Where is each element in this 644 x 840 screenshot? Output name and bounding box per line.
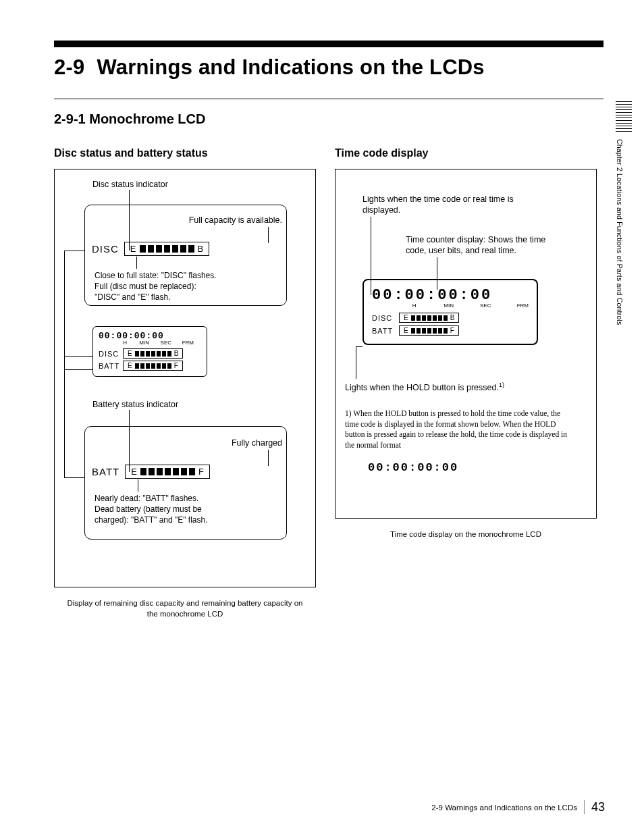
batt-meter: BATT E F	[92, 465, 210, 479]
right-column: Time code display Lights when the time c…	[335, 147, 597, 619]
section-heading: 2-9Warnings and Indications on the LCDs	[54, 55, 603, 80]
hold-footnote: 1) When the HOLD button is pressed to ho…	[345, 409, 574, 450]
page-number: 43	[584, 800, 605, 814]
timecode-big: 00:00:00:00	[372, 287, 529, 304]
disc-label: DISC	[92, 243, 119, 255]
timecode-figure: Lights when the time code or real time i…	[335, 169, 597, 519]
disc-note: Close to full state: "DISC" flashes. Ful…	[95, 270, 270, 303]
disc-group-box: Full capacity is available. DISC E B Clo…	[84, 205, 287, 306]
side-tab-stripes-icon	[616, 101, 632, 132]
subsection-heading: 2-9-1 Monochrome LCD	[54, 111, 603, 127]
disc-meter-end: B	[196, 244, 205, 254]
chapter-side-label: Chapter 2 Locations and Functions of Par…	[616, 139, 624, 325]
fully-charged-label: Fully charged	[201, 438, 282, 448]
disc-battery-figure: Disc status indicator Full capacity is a…	[54, 169, 316, 587]
hold-note: Lights when the HOLD button is pressed.1…	[345, 382, 574, 393]
batt-label: BATT	[92, 466, 119, 477]
batt-group-box: Fully charged BATT E F Nearly dead: "BAT…	[84, 426, 287, 540]
meter-start-e: E	[129, 244, 138, 254]
disc-meter: DISC E B	[92, 242, 209, 256]
chapter-side-tab: Chapter 2 Locations and Functions of Par…	[616, 101, 632, 385]
disc-indicator-label: Disc status indicator	[92, 179, 168, 190]
section-title: Warnings and Indications on the LCDs	[97, 55, 484, 79]
batt-note: Nearly dead: "BATT" flashes. Dead batter…	[95, 493, 270, 526]
page-footer: 2-9 Warnings and Indications on the LCDs…	[431, 800, 605, 814]
section-divider-bar	[54, 41, 603, 47]
section-number: 2-9	[54, 55, 84, 79]
full-lcd-preview: 00:00:00:00 H MIN SEC FRM DISC EB BATT E…	[363, 279, 538, 345]
note-top: Lights when the time code or real time i…	[363, 194, 545, 216]
left-heading: Disc status and battery status	[54, 147, 316, 159]
timecode-hold-sample: 00:00:00:00	[368, 461, 458, 474]
right-caption: Time code display on the monochrome LCD	[335, 529, 597, 540]
mini-lcd-preview: 00:00:00:00 H MIN SEC FRM DISC EB BATT E…	[92, 326, 207, 377]
battery-indicator-label: Battery status indicator	[92, 399, 178, 410]
full-capacity-label: Full capacity is available.	[174, 215, 282, 226]
left-caption: Display of remaining disc capacity and r…	[54, 598, 316, 619]
note-counter: Time counter display: Shows the time cod…	[406, 234, 565, 257]
right-heading: Time code display	[335, 147, 597, 159]
footer-section-text: 2-9 Warnings and Indications on the LCDs	[431, 804, 577, 812]
left-column: Disc status and battery status Disc stat…	[54, 147, 316, 619]
subsection-rule	[54, 99, 603, 99]
